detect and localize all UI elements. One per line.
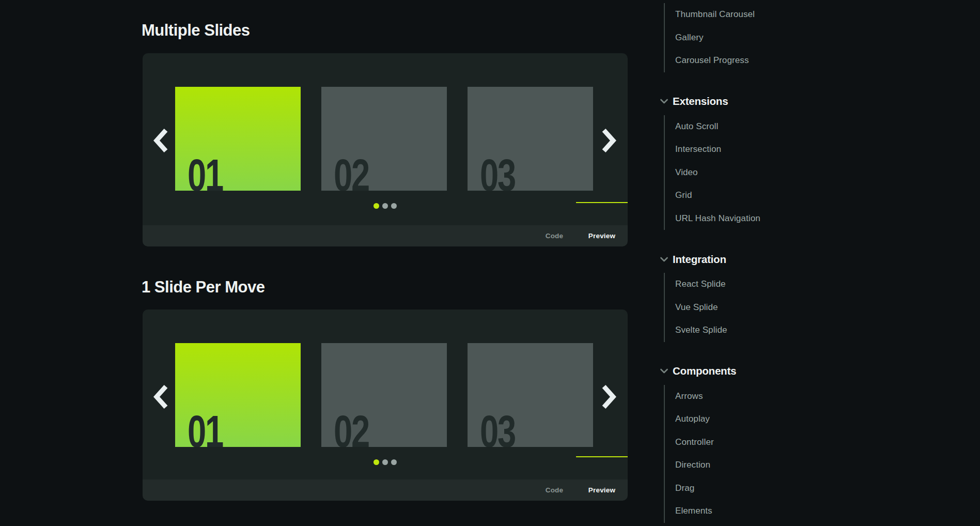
chevron-down-icon bbox=[660, 99, 668, 104]
sidebar-section-integration: Integration React Splide Vue Splide Svel… bbox=[656, 247, 873, 342]
docs-sidebar: Thumbnail Carousel Gallery Carousel Prog… bbox=[656, 0, 873, 523]
list-item: Autoplay bbox=[675, 408, 873, 431]
carousel-pagination bbox=[143, 459, 628, 465]
slide-number: 02 bbox=[334, 409, 369, 447]
list-item: Vue Splide bbox=[675, 296, 873, 319]
sidebar-item-drag[interactable]: Drag bbox=[675, 483, 694, 493]
list-item: Svelte Splide bbox=[675, 319, 873, 342]
sidebar-item-carousel-progress[interactable]: Carousel Progress bbox=[675, 55, 749, 66]
sidebar-list-examples: Thumbnail Carousel Gallery Carousel Prog… bbox=[664, 3, 873, 72]
demo-title-one-slide-per-move: 1 Slide Per Move bbox=[142, 279, 265, 296]
sidebar-item-video[interactable]: Video bbox=[675, 167, 698, 178]
carousel-stage: 01 02 03 bbox=[143, 310, 628, 479]
tab-code[interactable]: Code bbox=[533, 479, 576, 501]
sidebar-item-gallery[interactable]: Gallery bbox=[675, 33, 704, 43]
sidebar-item-intersection[interactable]: Intersection bbox=[675, 144, 721, 154]
tab-code[interactable]: Code bbox=[533, 225, 576, 246]
splide-docs-page: Multiple Slides 01 02 03 bbox=[0, 0, 980, 526]
carousel-slide-2[interactable]: 02 bbox=[321, 343, 447, 447]
sidebar-section-heading-components[interactable]: Components bbox=[656, 360, 873, 383]
sidebar-list-components: Arrows Autoplay Controller Direction Dra… bbox=[664, 385, 873, 523]
demo-title-multiple-slides: Multiple Slides bbox=[142, 22, 250, 39]
carousel-slide-1[interactable]: 01 bbox=[175, 343, 301, 447]
list-item: React Splide bbox=[675, 273, 873, 296]
list-item: Gallery bbox=[675, 26, 873, 50]
chevron-left-icon bbox=[153, 129, 168, 152]
list-item: Auto Scroll bbox=[675, 115, 873, 138]
code-preview-tabbar: Code Preview bbox=[143, 225, 628, 246]
sidebar-item-auto-scroll[interactable]: Auto Scroll bbox=[675, 121, 718, 132]
carousel-stage: 01 02 03 bbox=[143, 53, 628, 225]
list-item: Intersection bbox=[675, 138, 873, 161]
slide-number: 03 bbox=[480, 409, 515, 447]
list-item: Arrows bbox=[675, 385, 873, 408]
carousel-pagination bbox=[143, 203, 628, 209]
sidebar-item-direction[interactable]: Direction bbox=[675, 460, 710, 470]
tab-preview[interactable]: Preview bbox=[576, 479, 628, 501]
slide-number: 02 bbox=[334, 152, 369, 191]
list-item: URL Hash Navigation bbox=[675, 207, 873, 230]
sidebar-item-react-splide[interactable]: React Splide bbox=[675, 279, 726, 289]
pagination-dot-2[interactable] bbox=[382, 203, 388, 209]
slide-number: 03 bbox=[480, 152, 515, 191]
list-item: Controller bbox=[675, 431, 873, 454]
section-title: Integration bbox=[673, 253, 726, 266]
carousel-track: 01 02 03 bbox=[175, 87, 593, 191]
sidebar-list-integration: React Splide Vue Splide Svelte Splide bbox=[664, 273, 873, 342]
active-tab-indicator bbox=[576, 456, 628, 457]
pagination-dot-3[interactable] bbox=[391, 459, 397, 465]
list-item: Carousel Progress bbox=[675, 49, 873, 72]
section-title: Components bbox=[673, 365, 736, 377]
list-item: Elements bbox=[675, 500, 873, 523]
pagination-dot-3[interactable] bbox=[391, 203, 397, 209]
sidebar-section-heading-integration[interactable]: Integration bbox=[656, 247, 873, 271]
carousel-track: 01 02 03 bbox=[175, 343, 593, 447]
chevron-right-icon bbox=[602, 385, 616, 409]
code-preview-tabbar: Code Preview bbox=[143, 479, 628, 501]
carousel-prev-button[interactable] bbox=[153, 129, 168, 152]
carousel-next-button[interactable] bbox=[602, 129, 616, 152]
sidebar-item-thumbnail-carousel[interactable]: Thumbnail Carousel bbox=[675, 9, 755, 20]
list-item: Video bbox=[675, 161, 873, 184]
tab-preview[interactable]: Preview bbox=[576, 225, 628, 246]
sidebar-section-heading-extensions[interactable]: Extensions bbox=[656, 90, 873, 113]
carousel-slide-3[interactable]: 03 bbox=[468, 87, 593, 191]
demo-panel-multiple-slides: 01 02 03 Code bbox=[143, 53, 628, 246]
pagination-dot-1[interactable] bbox=[374, 459, 379, 465]
sidebar-item-elements[interactable]: Elements bbox=[675, 506, 712, 516]
sidebar-item-arrows[interactable]: Arrows bbox=[675, 391, 703, 401]
carousel-slide-3[interactable]: 03 bbox=[468, 343, 593, 447]
slide-number: 01 bbox=[188, 152, 223, 191]
carousel-slide-2[interactable]: 02 bbox=[321, 87, 447, 191]
list-item: Direction bbox=[675, 454, 873, 477]
slide-number: 01 bbox=[188, 409, 223, 447]
sidebar-section-extensions: Extensions Auto Scroll Intersection Vide… bbox=[656, 90, 873, 230]
chevron-left-icon bbox=[153, 385, 168, 409]
chevron-down-icon bbox=[660, 257, 668, 262]
list-item: Thumbnail Carousel bbox=[675, 3, 873, 26]
sidebar-item-url-hash-navigation[interactable]: URL Hash Navigation bbox=[675, 213, 760, 224]
sidebar-item-vue-splide[interactable]: Vue Splide bbox=[675, 302, 718, 313]
sidebar-item-autoplay[interactable]: Autoplay bbox=[675, 414, 710, 424]
section-title: Extensions bbox=[673, 95, 728, 107]
pagination-dot-2[interactable] bbox=[382, 459, 388, 465]
sidebar-section-components: Components Arrows Autoplay Controller Di… bbox=[656, 360, 873, 523]
sidebar-item-svelte-splide[interactable]: Svelte Splide bbox=[675, 325, 727, 335]
chevron-down-icon bbox=[660, 368, 668, 374]
pagination-dot-1[interactable] bbox=[374, 203, 379, 209]
carousel-prev-button[interactable] bbox=[153, 385, 168, 409]
sidebar-item-controller[interactable]: Controller bbox=[675, 437, 714, 447]
sidebar-list-extensions: Auto Scroll Intersection Video Grid URL … bbox=[664, 115, 873, 230]
demo-panel-one-slide-per-move: 01 02 03 Code bbox=[143, 310, 628, 501]
chevron-right-icon bbox=[602, 129, 616, 152]
list-item: Drag bbox=[675, 477, 873, 500]
active-tab-indicator bbox=[576, 202, 628, 203]
carousel-slide-1[interactable]: 01 bbox=[175, 87, 301, 191]
carousel-next-button[interactable] bbox=[602, 385, 616, 409]
list-item: Grid bbox=[675, 184, 873, 207]
sidebar-item-grid[interactable]: Grid bbox=[675, 190, 692, 200]
